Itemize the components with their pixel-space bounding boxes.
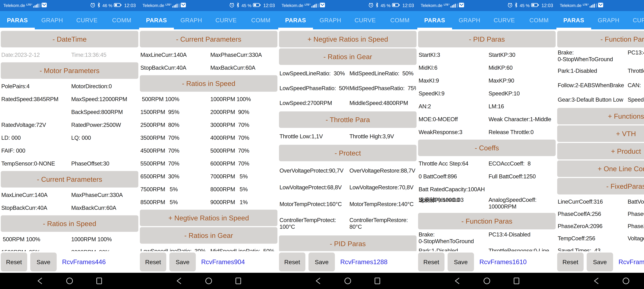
param-row[interactable]: Brake: 0-StopWhenToGroundPC13:4-Disabled <box>556 48 644 64</box>
tab-paras[interactable]: PARAS <box>278 11 313 29</box>
save-button[interactable]: Save <box>169 252 196 271</box>
param-row[interactable]: RatedSpeed:3845RPMMaxSpeed:12000RPM <box>0 93 139 106</box>
home-icon[interactable] <box>344 277 352 285</box>
param-row[interactable]: 8500RPM 5%9000RPM 1% <box>139 196 278 209</box>
tab-graph[interactable]: GRAPH <box>591 11 626 29</box>
param-row[interactable]: MaxLineCurr:140AMaxPhaseCurr:330A <box>0 188 139 202</box>
tab-curve[interactable]: CURVE <box>626 11 644 29</box>
tab-comm[interactable]: COMM <box>522 11 556 29</box>
tab-curve[interactable]: CURVE <box>487 11 522 29</box>
param-row[interactable]: FAIF: 000 <box>0 144 139 157</box>
section-header[interactable]: - Ratios in Gear <box>140 227 278 244</box>
section-header[interactable]: - Current Parameters <box>140 31 278 48</box>
home-icon[interactable] <box>622 277 630 285</box>
param-row[interactable]: 0 BattCoeff:896Full BattCoeff:1250 <box>417 170 556 183</box>
reset-button[interactable]: Reset <box>418 252 444 271</box>
param-row[interactable]: LowSpeedPhaseRatio: 50%MidSpeedPhaseRati… <box>278 81 417 96</box>
home-icon[interactable] <box>65 277 74 285</box>
section-header[interactable]: + Negtive Ratios in Speed <box>140 210 278 226</box>
param-row[interactable]: 1500RPM 95%2000RPM 90% <box>0 246 139 251</box>
param-row[interactable]: ControllerTempProtect: 100°CControllerTe… <box>278 212 417 234</box>
section-header[interactable]: - Function Paras <box>557 31 644 48</box>
section-header[interactable]: - Current Parameters <box>1 171 138 188</box>
section-header[interactable]: - Ratios in Speed <box>140 75 278 92</box>
section-header[interactable]: - Throttle Para <box>279 112 416 128</box>
tab-comm[interactable]: COMM <box>244 11 278 29</box>
save-button[interactable]: Save <box>587 252 613 271</box>
tab-graph[interactable]: GRAPH <box>313 11 348 29</box>
param-row[interactable]: StopBackCurr:40AMaxBackCurr:60A <box>139 61 278 74</box>
param-row[interactable]: LowSpeedLineRatio: 30%MidSpeedLineRatio:… <box>139 245 278 251</box>
param-row[interactable]: Park:1-DisabledThrottleResponse:0-Line <box>417 244 556 251</box>
param-row[interactable]: MaxLineCurr:140AMaxPhaseCurr:330A <box>139 48 278 61</box>
back-icon[interactable] <box>592 277 600 285</box>
section-header[interactable]: - Ratios in Gear <box>279 48 416 65</box>
tab-graph[interactable]: GRAPH <box>174 11 209 29</box>
tab-graph[interactable]: GRAPH <box>452 11 487 29</box>
tab-graph[interactable]: GRAPH <box>35 11 70 29</box>
param-row[interactable]: MidKI:6MidKP:60 <box>417 61 556 74</box>
save-button[interactable]: Save <box>30 252 57 271</box>
param-row[interactable]: MotorTempProtect:160°CMotorTempRestore:1… <box>278 196 417 212</box>
section-header[interactable]: + Functions <box>557 108 644 124</box>
section-header[interactable]: - Protect <box>279 145 416 161</box>
save-button[interactable]: Save <box>308 252 335 271</box>
param-row[interactable]: BackSpeed:800RPM <box>0 106 139 118</box>
tab-curve[interactable]: CURVE <box>70 11 104 29</box>
param-row[interactable]: LineCurrCoeff:316BattVoltage:77,4 <box>556 196 644 208</box>
param-row[interactable]: 500RPM 100%1000RPM 100% <box>0 233 139 246</box>
param-row[interactable]: TempCoeff:256VoltageCoeff:256 <box>556 232 644 244</box>
param-row[interactable]: LD: 000LQ: 000 <box>0 131 139 144</box>
section-header[interactable]: + One Line Comm <box>557 160 644 177</box>
param-row[interactable]: MaxKI:9MaxKP:90 <box>417 74 556 87</box>
param-row[interactable]: 1500RPM 95%2000RPM 90% <box>139 106 278 118</box>
param-row[interactable]: Gear:3-Default Button LowSpeedoMeter:0-P… <box>556 92 644 107</box>
param-row[interactable]: RatedVoltage:72VRatedPower:2500W <box>0 118 139 131</box>
recents-icon[interactable] <box>234 277 242 285</box>
home-icon[interactable] <box>204 277 213 285</box>
param-row[interactable]: SpeedKI:9SpeedKP:10 <box>417 87 556 100</box>
param-row[interactable]: LowSpeedLineRatio: 30%MidSpeedLineRatio:… <box>278 66 417 81</box>
back-icon[interactable] <box>36 277 44 285</box>
section-header[interactable]: - Motor Parameters <box>1 62 138 79</box>
section-header[interactable]: - Ratios in Speed <box>1 215 138 232</box>
param-row[interactable]: OverVoltageProtect:90,7VOverVoltageResto… <box>278 162 417 179</box>
section-header[interactable]: - PID Paras <box>418 31 556 48</box>
param-row[interactable]: StopBackCurr:40AMaxBackCurr:60A <box>0 202 139 214</box>
reset-button[interactable]: Reset <box>279 252 306 271</box>
param-row[interactable]: Brake: 0-StopWhenToGroundPC13:4-Disabled <box>417 230 556 244</box>
param-row[interactable]: Saved Times: 43 <box>556 244 644 251</box>
recents-icon[interactable] <box>373 277 382 285</box>
back-icon[interactable] <box>175 277 183 285</box>
param-row[interactable]: PolePairs:4MotorDirection:0 <box>0 80 139 93</box>
tab-paras[interactable]: PARAS <box>417 11 452 29</box>
back-icon[interactable] <box>453 277 462 285</box>
param-row[interactable]: 7500RPM 5%8000RPM 5% <box>139 183 278 196</box>
section-header[interactable]: - Coeffs <box>418 140 556 156</box>
param-row[interactable]: Throttle Low:1,1VThrottle High:3,9V <box>278 129 417 144</box>
tab-paras[interactable]: PARAS <box>0 11 35 29</box>
recents-icon[interactable] <box>512 277 521 285</box>
reset-button[interactable]: Reset <box>557 252 584 271</box>
tab-curve[interactable]: CURVE <box>209 11 244 29</box>
param-row[interactable]: LowSpeed:2700RPMMiddleSpeed:4800RPM <box>278 96 417 110</box>
section-header[interactable]: - FixedParas <box>557 178 644 194</box>
param-row[interactable]: Park:1-DisabledThrottleResponse:0-Line <box>556 64 644 78</box>
section-header[interactable]: - PID Paras <box>279 236 416 251</box>
tab-curve[interactable]: CURVE <box>348 11 382 29</box>
param-row[interactable]: WeakResponse:3Release Throttle:0 <box>417 126 556 138</box>
tab-comm[interactable]: COMM <box>382 11 417 29</box>
back-icon[interactable] <box>314 277 322 285</box>
section-header[interactable]: + Product <box>557 143 644 160</box>
param-row[interactable]: 500RPM 100%1000RPM 100% <box>139 93 278 106</box>
param-row[interactable]: Batt RatedCapacity:100AH <box>417 183 556 196</box>
param-row[interactable]: 速度脉冲:1000.0SpeedPulses:0.03AnalogSpeedCo… <box>417 196 556 212</box>
section-header[interactable]: - DateTime <box>1 31 138 48</box>
reset-button[interactable]: Reset <box>140 252 166 271</box>
param-row[interactable]: 2500RPM 80%3000RPM 70% <box>139 118 278 131</box>
reset-button[interactable]: Reset <box>1 252 27 271</box>
tab-comm[interactable]: COMM <box>104 11 139 29</box>
param-row[interactable]: LowVoltageProtect:68,8VLowVoltageRestore… <box>278 179 417 196</box>
param-row[interactable]: 6500RPM 30%7000RPM 5% <box>139 170 278 183</box>
param-row[interactable]: 4500RPM 70%5000RPM 70% <box>139 144 278 157</box>
